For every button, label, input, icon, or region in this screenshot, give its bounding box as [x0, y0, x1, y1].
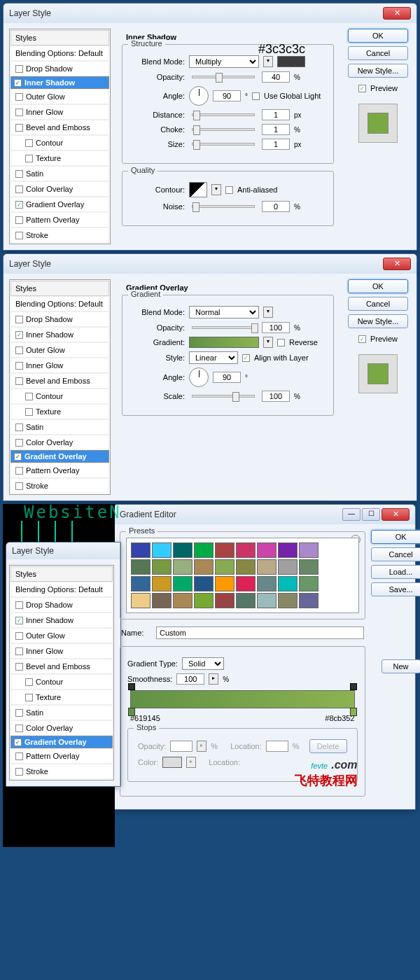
style-checkbox[interactable] — [15, 170, 23, 178]
sidebar-item-gradient-overlay[interactable]: ✓Gradient Overlay — [10, 450, 109, 463]
style-checkbox[interactable]: ✓ — [14, 738, 22, 746]
preview-checkbox[interactable]: ✓ — [358, 335, 366, 343]
preset-swatch[interactable] — [152, 559, 172, 575]
style-checkbox[interactable] — [15, 752, 23, 760]
sidebar-item-inner-glow[interactable]: Inner Glow — [10, 358, 109, 373]
sidebar-item-bevel-and-emboss[interactable]: Bevel and Emboss — [10, 120, 109, 135]
close-button[interactable]: ✕ — [382, 508, 410, 521]
maximize-button[interactable]: ☐ — [362, 508, 380, 521]
style-checkbox[interactable] — [15, 768, 23, 776]
sidebar-item-drop-shadow[interactable]: Drop Shadow — [10, 61, 109, 76]
dropdown-icon[interactable]: ▾ — [211, 184, 221, 195]
style-checkbox[interactable] — [15, 346, 23, 354]
sidebar-item-satin[interactable]: Satin — [10, 705, 113, 720]
preset-swatch[interactable] — [257, 593, 276, 608]
style-checkbox[interactable] — [15, 439, 23, 447]
close-button[interactable]: ✕ — [383, 7, 411, 20]
style-checkbox[interactable] — [15, 377, 23, 385]
gradient-bar[interactable] — [130, 690, 355, 708]
global-light-checkbox[interactable] — [252, 92, 260, 100]
sidebar-item-bevel-and-emboss[interactable]: Bevel and Emboss — [10, 659, 113, 674]
preset-swatch[interactable] — [299, 593, 318, 608]
ok-button[interactable]: OK — [348, 29, 408, 43]
preset-swatch[interactable] — [152, 542, 172, 558]
style-checkbox[interactable] — [15, 663, 23, 671]
sidebar-item-pattern-overlay[interactable]: Pattern Overlay — [10, 463, 109, 478]
sidebar-head[interactable]: Styles — [10, 566, 113, 582]
smoothness-input[interactable] — [176, 673, 204, 685]
sidebar-item-satin[interactable]: Satin — [10, 166, 109, 181]
sidebar-item-pattern-overlay[interactable]: Pattern Overlay — [10, 212, 109, 227]
gradient-type-select[interactable]: Solid — [182, 657, 224, 670]
align-checkbox[interactable]: ✓ — [242, 354, 250, 362]
scale-slider[interactable] — [192, 395, 255, 398]
style-checkbox[interactable]: ✓ — [15, 331, 23, 339]
cancel-button[interactable]: Cancel — [371, 547, 420, 561]
blend-mode-select[interactable]: Normal — [189, 306, 259, 318]
preset-swatch[interactable] — [299, 576, 318, 592]
preset-swatch[interactable] — [173, 576, 192, 592]
sidebar-item-bevel-and-emboss[interactable]: Bevel and Emboss — [10, 373, 109, 388]
reverse-checkbox[interactable] — [277, 339, 285, 346]
preset-swatch[interactable] — [215, 559, 234, 575]
style-checkbox[interactable] — [15, 482, 23, 490]
blend-mode-select[interactable]: Multiply — [189, 55, 259, 68]
style-select[interactable]: Linear — [189, 351, 238, 364]
load-button[interactable]: Load... — [371, 565, 420, 579]
sidebar-item-color-overlay[interactable]: Color Overlay — [10, 181, 109, 197]
style-checkbox[interactable] — [15, 467, 23, 475]
preset-swatch[interactable] — [278, 542, 298, 558]
preset-swatch[interactable] — [278, 559, 298, 575]
preset-swatch[interactable] — [194, 542, 214, 558]
color-swatch[interactable] — [277, 56, 305, 67]
opacity-stop-left[interactable] — [128, 683, 135, 690]
sidebar-head[interactable]: Styles — [10, 30, 109, 46]
scale-input[interactable] — [262, 391, 290, 402]
sidebar-item-stroke[interactable]: Stroke — [10, 227, 109, 243]
preset-swatch[interactable] — [215, 542, 234, 558]
size-slider[interactable] — [192, 143, 255, 146]
opacity-slider[interactable] — [192, 76, 255, 78]
sidebar-item-satin[interactable]: Satin — [10, 419, 109, 435]
dropdown-icon[interactable]: ▾ — [263, 56, 273, 67]
style-checkbox[interactable] — [25, 155, 33, 162]
preset-swatch[interactable] — [236, 559, 255, 575]
preset-swatch[interactable] — [131, 542, 150, 558]
sidebar-item-inner-shadow[interactable]: ✓Inner Shadow — [10, 327, 109, 342]
blending-options[interactable]: Blending Options: Default — [10, 46, 109, 61]
dropdown-icon[interactable]: ▾ — [263, 307, 273, 318]
sidebar-item-drop-shadow[interactable]: Drop Shadow — [10, 312, 109, 327]
preset-swatch[interactable] — [173, 559, 192, 575]
ok-button[interactable]: OK — [348, 279, 408, 293]
preset-swatch[interactable] — [194, 559, 214, 575]
sidebar-item-contour[interactable]: Contour — [10, 674, 113, 690]
sidebar-item-texture[interactable]: Texture — [10, 690, 113, 705]
sidebar-item-inner-shadow[interactable]: ✓Inner Shadow — [10, 76, 109, 89]
preset-swatch[interactable] — [257, 576, 276, 592]
style-checkbox[interactable]: ✓ — [15, 617, 23, 624]
sidebar-item-drop-shadow[interactable]: Drop Shadow — [10, 597, 113, 612]
style-checkbox[interactable] — [15, 316, 23, 323]
style-checkbox[interactable]: ✓ — [14, 453, 22, 461]
opacity-input[interactable] — [262, 322, 290, 333]
preset-swatch[interactable] — [299, 559, 318, 575]
distance-slider[interactable] — [192, 113, 255, 116]
preset-swatch[interactable] — [278, 593, 298, 608]
style-checkbox[interactable] — [15, 362, 23, 370]
new-button[interactable]: New — [382, 659, 420, 673]
opacity-stop-right[interactable] — [350, 683, 357, 690]
sidebar-item-pattern-overlay[interactable]: Pattern Overlay — [10, 748, 113, 764]
style-checkbox[interactable] — [15, 216, 23, 224]
titlebar[interactable]: Gradient Editor —☐✕ — [114, 505, 415, 524]
sidebar-item-contour[interactable]: Contour — [10, 135, 109, 150]
sidebar-item-contour[interactable]: Contour — [10, 388, 109, 404]
name-input[interactable] — [156, 626, 364, 639]
preset-swatch[interactable] — [131, 593, 150, 608]
preset-swatch[interactable] — [173, 593, 192, 608]
distance-input[interactable] — [262, 109, 290, 120]
sidebar-item-texture[interactable]: Texture — [10, 404, 109, 419]
style-checkbox[interactable] — [15, 424, 23, 431]
preset-swatch[interactable] — [257, 559, 276, 575]
style-checkbox[interactable] — [25, 139, 33, 147]
titlebar[interactable]: Layer Style ✕ — [4, 254, 416, 274]
